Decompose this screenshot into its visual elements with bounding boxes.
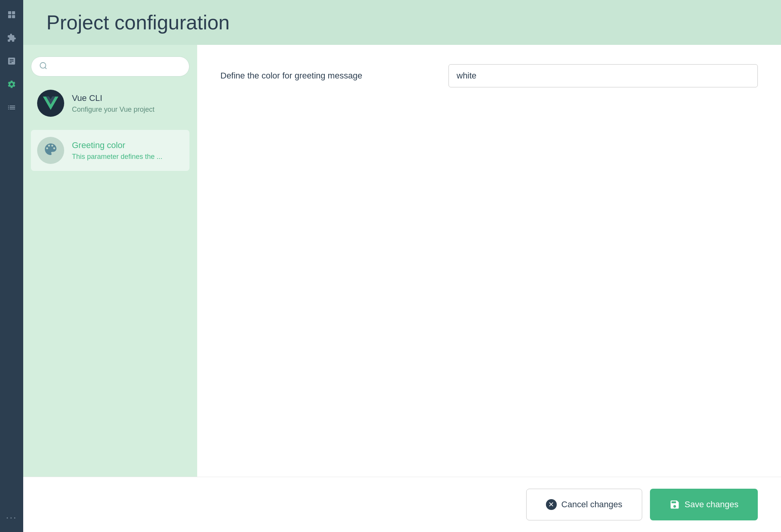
config-label-color: Define the color for greeting message <box>220 71 433 81</box>
palette-icon <box>43 142 58 160</box>
tasks-icon[interactable] <box>5 101 19 114</box>
plugin-item-vue-cli[interactable]: Vue CLI Configure your Vue project <box>31 83 189 124</box>
more-icon[interactable]: ··· <box>5 510 19 524</box>
page-title: Project configuration <box>46 11 758 34</box>
cancel-button[interactable]: ✕ Cancel changes <box>526 489 642 520</box>
footer: ✕ Cancel changes Save changes <box>23 477 781 532</box>
right-panel: Define the color for greeting message <box>197 45 781 477</box>
config-row-color: Define the color for greeting message <box>220 64 758 87</box>
svg-line-6 <box>45 67 46 69</box>
plugin-item-greeting-color[interactable]: Greeting color This parameter defines th… <box>31 130 189 171</box>
more-dots-label: ··· <box>6 512 17 523</box>
svg-rect-1 <box>12 11 15 14</box>
header: Project configuration <box>23 0 781 45</box>
search-input[interactable] <box>51 63 181 71</box>
svg-rect-2 <box>8 15 11 18</box>
left-panel: Vue CLI Configure your Vue project Greet… <box>23 45 197 477</box>
greeting-color-avatar <box>37 137 64 164</box>
vue-cli-info: Vue CLI Configure your Vue project <box>72 93 154 114</box>
vue-cli-description: Configure your Vue project <box>72 106 154 114</box>
svg-rect-0 <box>8 11 11 14</box>
plugins-icon[interactable] <box>5 31 19 45</box>
vue-cli-icon <box>43 95 58 111</box>
svg-rect-3 <box>12 15 15 18</box>
body-area: Vue CLI Configure your Vue project Greet… <box>23 45 781 477</box>
greeting-color-info: Greeting color This parameter defines th… <box>72 140 162 161</box>
dashboard-icon[interactable] <box>5 8 19 22</box>
vue-cli-avatar <box>37 90 64 117</box>
search-icon <box>39 61 48 72</box>
cancel-icon: ✕ <box>546 499 557 510</box>
svg-point-5 <box>40 63 46 68</box>
cancel-label: Cancel changes <box>561 500 622 510</box>
vue-cli-name: Vue CLI <box>72 93 154 103</box>
search-box <box>31 56 189 77</box>
greeting-color-name: Greeting color <box>72 140 162 150</box>
pages-icon[interactable] <box>5 54 19 68</box>
config-input-color[interactable] <box>448 64 758 87</box>
sidebar: ··· <box>0 0 23 532</box>
main-content: Project configuration <box>23 0 781 532</box>
save-label: Save changes <box>685 500 738 510</box>
save-button[interactable]: Save changes <box>650 489 758 520</box>
save-icon <box>669 499 680 510</box>
greeting-color-description: This parameter defines the ... <box>72 153 162 161</box>
config-icon[interactable] <box>5 77 19 91</box>
svg-point-4 <box>9 82 11 84</box>
